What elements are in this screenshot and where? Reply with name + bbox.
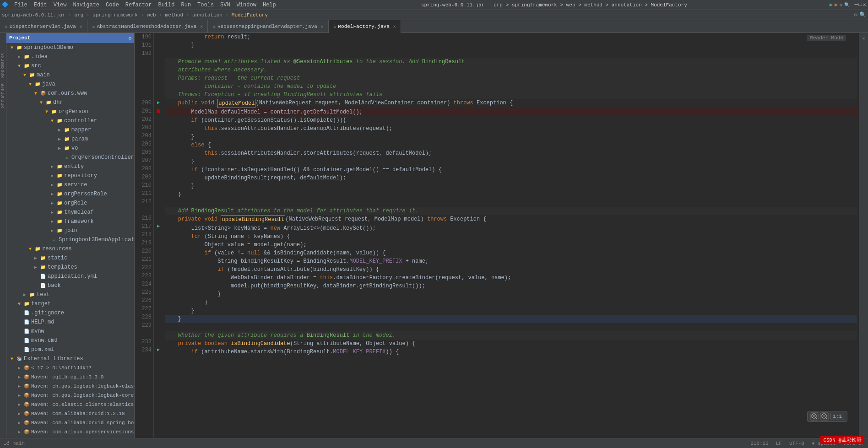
maximize-button[interactable]: □: [859, 1, 862, 8]
menu-item-svn[interactable]: SVN: [217, 1, 233, 9]
code-doc-promote-3: Params: request – the current request: [165, 74, 857, 82]
project-panel-settings[interactable]: ⚙: [128, 35, 131, 41]
tree-item-mapper[interactable]: ▶ 📁 mapper: [6, 125, 134, 135]
tab-close-1[interactable]: ✕: [200, 24, 203, 29]
menu-item-edit[interactable]: Edit: [31, 1, 50, 9]
tree-item-controller[interactable]: ▼ 📁 controller: [6, 116, 134, 125]
menu-item-help[interactable]: Help: [260, 1, 279, 9]
code-line-217: List<String> keyNames = new ArrayList<>(…: [165, 224, 857, 232]
tree-item-ons[interactable]: ▶ 📦 Maven: com.aliyun.openservices:ons-c…: [6, 427, 134, 437]
run-arrow-200[interactable]: ▶: [157, 99, 160, 107]
tree-item-logback-classic[interactable]: ▶ 📦 Maven: ch.qos.logback:logback-classi…: [6, 382, 134, 391]
tree-item-framework[interactable]: ▶ 📁 framework: [6, 217, 134, 226]
tree-item-orgpersonrole[interactable]: ▶ 📁 orgPersonRole: [6, 189, 134, 199]
tree-item-test[interactable]: ▶ 📁 test: [6, 290, 134, 299]
minimize-button[interactable]: ─: [854, 1, 857, 8]
menu-item-refactor[interactable]: Refactor: [123, 1, 155, 9]
code-editor[interactable]: return result; } Promote model attribute…: [163, 33, 859, 438]
csdn-badge: CSDN @蓝彩铁哥: [820, 436, 864, 444]
search-icon[interactable]: 🔍: [859, 11, 866, 18]
code-line-208: if (!container.isRequestHandled() && con…: [165, 166, 857, 174]
code-line-223: WebDataBinder dataBinder = this.dataBind…: [165, 274, 857, 282]
tab-close-2[interactable]: ✕: [321, 24, 324, 29]
menu-item-code[interactable]: Code: [103, 1, 122, 9]
project-panel-title: Project: [9, 35, 30, 41]
code-line-222: if (!model.containsAttribute(bindingResu…: [165, 265, 857, 274]
menu-item-run[interactable]: Run: [178, 1, 194, 9]
tree-item-springapp[interactable]: ☕ Springboot3DemoApplication: [6, 235, 134, 244]
tree-item-orgperson[interactable]: ▼ 📁 orgPerson: [6, 107, 134, 116]
reader-mode-button[interactable]: Reader Mode: [807, 35, 846, 41]
close-button[interactable]: ✕: [863, 1, 866, 8]
status-bar: ⎇ main 216:22 LF UTF-8 4 spaces Java 17: [0, 438, 868, 448]
tab-close-0[interactable]: ✕: [80, 24, 82, 29]
right-icon-1: ✕: [860, 35, 868, 42]
structure-tab[interactable]: Structure: [0, 81, 5, 110]
tree-item-gitignore[interactable]: 📄 .gitignore: [6, 308, 134, 318]
settings-icon[interactable]: ⚙: [854, 11, 857, 18]
tree-item-repository[interactable]: ▶ 📁 repository: [6, 171, 134, 180]
tab-close-3[interactable]: ✕: [393, 24, 396, 29]
tree-item-back[interactable]: 📄 back: [6, 281, 134, 290]
tree-item-templates[interactable]: ▶ 📁 templates: [6, 263, 134, 272]
tree-item-logback-core[interactable]: ▶ 📦 Maven: ch.qos.logback:logback-core:1…: [6, 391, 134, 400]
tab-model-factory[interactable]: ☕ ModelFactory.java ✕: [329, 20, 401, 33]
tree-item-package[interactable]: ▼ 📦 com.ours.www: [6, 89, 134, 98]
java-file-icon: ☕: [5, 23, 8, 29]
tree-item-dhr[interactable]: ▼ 📁 dhr: [6, 98, 134, 107]
tree-item-orgpersoncontroller[interactable]: ☕ OrgPersonController: [6, 153, 134, 162]
bookmarks-tab[interactable]: Bookmarks: [0, 51, 5, 80]
right-panel: ✕: [859, 33, 868, 438]
tree-item-extlibs[interactable]: ▼ 📚 External Libraries: [6, 354, 134, 363]
code-line-234: if (attributeName.startsWith(BindingResu…: [165, 348, 857, 356]
tree-item-cglib[interactable]: ▶ 📦 Maven: cglib:cglib:3.3.0: [6, 372, 134, 382]
code-doc-add: Add BindingResult attributes to the mode…: [165, 207, 857, 215]
tree-item-helpmd[interactable]: 📄 HELP.md: [6, 318, 134, 327]
tree-item-idea[interactable]: ▶ 📁 .idea: [6, 52, 134, 61]
code-line-191: }: [165, 41, 857, 49]
code-line-200: public void updateModel(NativeWebRequest…: [165, 99, 857, 108]
tree-item-java[interactable]: ▼ 📁 java: [6, 80, 134, 89]
tree-item-jdk17[interactable]: ▶ 📦 < 17 > D:\Soft\Jdk17: [6, 363, 134, 372]
tree-item-mvnwcmd[interactable]: 📄 mvnw.cmd: [6, 336, 134, 345]
run-arrow-233[interactable]: ▶: [157, 346, 160, 354]
tab-abstract-handler[interactable]: ☕ AbstractHandlerMethodAdapter.java ✕: [87, 20, 208, 33]
tree-item-static[interactable]: ▶ 📁 static: [6, 254, 134, 263]
tree-item-param[interactable]: ▶ 📁 param: [6, 135, 134, 144]
tree-item-service[interactable]: ▶ 📁 service: [6, 180, 134, 189]
code-line-211: }: [165, 190, 857, 199]
tree-item-elasticsearch[interactable]: ▶ 📦 Maven: co.elastic.clients:elasticsea…: [6, 400, 134, 409]
menu-item-window[interactable]: Window: [234, 1, 259, 9]
tree-item-entity[interactable]: ▶ 📁 entity: [6, 162, 134, 171]
line-sep: LF: [776, 441, 782, 446]
tree-item-pom[interactable]: 📄 pom.xml: [6, 345, 134, 354]
tree-item-mvnw[interactable]: 📄 mvnw: [6, 327, 134, 336]
menu-item-file[interactable]: File: [11, 1, 30, 9]
menu-item-build[interactable]: Build: [155, 1, 177, 9]
tree-item-druid[interactable]: ▶ 📦 Maven: com.alibaba:druid:1.2.18: [6, 409, 134, 418]
menu-item-tools[interactable]: Tools: [195, 1, 217, 9]
encoding: UTF-8: [789, 441, 804, 446]
tab-dispatcher[interactable]: ☕ DispatcherServlet.java ✕: [0, 20, 87, 33]
error-dot-201: [157, 109, 160, 113]
tree-item-join[interactable]: ▶ 📁 join: [6, 226, 134, 235]
tree-item-druid-starter[interactable]: ▶ 📦 Maven: com.alibaba:druid-spring-boot…: [6, 418, 134, 427]
code-doc-whether: Whether the given attribute requires a B…: [165, 331, 857, 340]
menu-item-navigate[interactable]: Navigate: [70, 1, 102, 9]
zoom-reset-button[interactable]: 1:1: [830, 413, 844, 420]
tree-item-target[interactable]: ▼ 📁 target: [6, 299, 134, 308]
run-arrow-216[interactable]: ▶: [157, 222, 160, 231]
tree-item-resources[interactable]: ▼ 📁 resources: [6, 244, 134, 254]
tree-item-appyml[interactable]: 📄 application.yml: [6, 272, 134, 281]
tree-item-orgrole[interactable]: ▶ 📁 orgRole: [6, 199, 134, 208]
zoom-in-button[interactable]: [810, 412, 819, 421]
zoom-out-button[interactable]: [820, 412, 829, 421]
project-sidebar: Project ⚙ ▼ 📁 springboot3Demo ▶ 📁 .idea …: [6, 33, 135, 438]
tree-item-main[interactable]: ▼ 📁 main: [6, 70, 134, 80]
tree-item-src[interactable]: ▼ 📁 src: [6, 61, 134, 70]
tree-item-vo[interactable]: ▶ 📁 vo: [6, 144, 134, 153]
tree-item-thymeleaf[interactable]: ▶ 📁 thymeleaf: [6, 208, 134, 217]
menu-item-view[interactable]: View: [51, 1, 70, 9]
tab-request-mapping[interactable]: ☕ RequestMappingHandlerAdapter.java ✕: [208, 20, 329, 33]
tree-item-root[interactable]: ▼ 📁 springboot3Demo: [6, 43, 134, 52]
